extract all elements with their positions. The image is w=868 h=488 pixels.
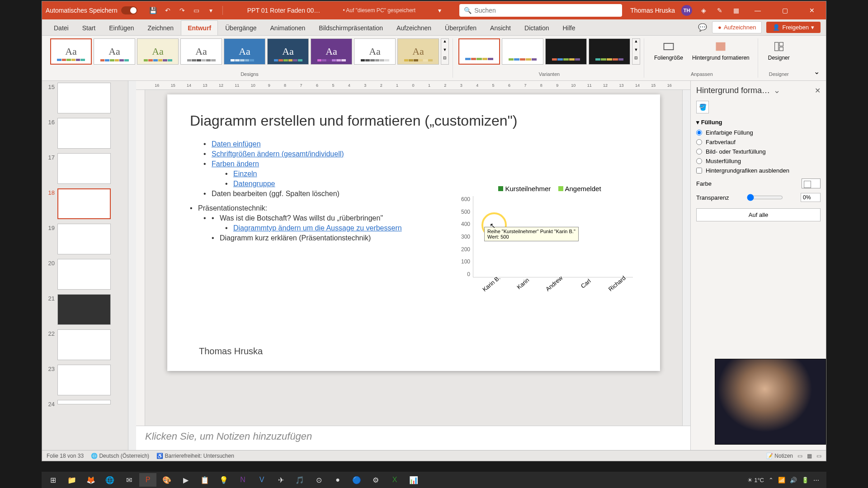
app-icon-5[interactable]: V: [253, 473, 270, 487]
redo-icon[interactable]: ↷: [177, 5, 187, 15]
bullet-3a[interactable]: Einzeln: [233, 170, 257, 178]
thumb-20[interactable]: [57, 259, 111, 290]
tab-datei[interactable]: Datei: [47, 21, 75, 35]
color-picker[interactable]: [802, 178, 821, 188]
status-lang[interactable]: 🌐 Deutsch (Österreich): [91, 453, 149, 459]
design-theme-5[interactable]: Aa: [224, 38, 265, 65]
slide-author[interactable]: Thomas Hruska: [199, 346, 263, 357]
app-icon-10[interactable]: 📊: [405, 473, 422, 487]
comments-icon[interactable]: 💬: [698, 23, 708, 33]
slide-canvas[interactable]: Diagramm erstellen und formatieren („cus…: [145, 90, 682, 426]
chart-plot-area[interactable]: ↖ Reihe "Kursteilnehmer" Punkt "Karin B.…: [473, 196, 633, 277]
view-normal-icon[interactable]: ▭: [797, 453, 802, 459]
thumb-18[interactable]: [57, 188, 111, 219]
calendar-icon[interactable]: ▦: [731, 5, 741, 15]
transparency-value[interactable]: [801, 193, 821, 202]
opt-picture[interactable]: Bild- oder Texturfüllung: [696, 148, 821, 155]
variant-gallery[interactable]: ▲▼⊟: [458, 38, 640, 65]
thumb-19[interactable]: [57, 224, 111, 254]
save-icon[interactable]: 💾: [148, 5, 158, 15]
slide-thumbnails[interactable]: 15 16 17 18 19 20 21 22 23 24: [42, 81, 128, 450]
slide-title[interactable]: Diagramm erstellen und formatieren („cus…: [190, 113, 637, 129]
powerpoint-icon[interactable]: P: [139, 473, 156, 487]
bullet-3[interactable]: Farben ändern: [212, 160, 259, 168]
tab-start[interactable]: Start: [76, 21, 102, 35]
settings-icon[interactable]: ⚙: [367, 473, 384, 487]
tray-more-icon[interactable]: ⋯: [813, 477, 819, 483]
app-icon-2[interactable]: ▶: [177, 473, 194, 487]
firefox-icon[interactable]: 🦊: [82, 473, 99, 487]
tab-zeichnen[interactable]: Zeichnen: [142, 21, 180, 35]
design-theme-2[interactable]: Aa: [94, 38, 135, 65]
tray-wifi-icon[interactable]: 📶: [778, 477, 785, 483]
opt-gradient[interactable]: Farbverlauf: [696, 139, 821, 145]
app-icon-1[interactable]: 🎨: [158, 473, 175, 487]
design-theme-3[interactable]: Aa: [137, 38, 179, 65]
pen-icon[interactable]: ✎: [715, 5, 725, 15]
record-button[interactable]: ●Aufzeichnen: [712, 21, 762, 33]
tab-ueberpruefen[interactable]: Überprüfen: [439, 21, 483, 35]
design-gallery[interactable]: Aa Aa Aa Aa Aa Aa Aa Aa Aa ▲▼⊟: [50, 38, 449, 65]
search-input[interactable]: [474, 7, 618, 14]
present-icon[interactable]: ▭: [192, 5, 202, 15]
status-slide[interactable]: Folie 18 von 33: [47, 453, 84, 459]
app-icon-9[interactable]: 🔵: [348, 473, 365, 487]
design-theme-9[interactable]: Aa: [397, 38, 439, 65]
design-theme-7[interactable]: Aa: [311, 38, 352, 65]
thumb-17[interactable]: [57, 153, 111, 184]
tab-uebergaenge[interactable]: Übergänge: [219, 21, 263, 35]
thumb-23[interactable]: [57, 365, 111, 395]
tray-chevron-icon[interactable]: ⌃: [769, 477, 774, 483]
chart[interactable]: Kursteilnehmer Angemeldet 60050040030020…: [461, 185, 633, 302]
share-button[interactable]: 👤Freigeben▾: [766, 22, 821, 33]
telegram-icon[interactable]: ✈: [272, 473, 289, 487]
onenote-icon[interactable]: N: [234, 473, 251, 487]
transparency-slider[interactable]: [747, 194, 783, 201]
view-reading-icon[interactable]: ▭: [816, 453, 821, 459]
app-icon-8[interactable]: ●: [329, 473, 346, 487]
start-icon[interactable]: ⊞: [44, 473, 61, 487]
undo-icon[interactable]: ↶: [163, 5, 173, 15]
app-icon-7[interactable]: ⊙: [310, 473, 327, 487]
app-icon-3[interactable]: 📋: [196, 473, 213, 487]
bullet-5a1[interactable]: Diagrammtyp ändern um die Aussage zu ver…: [233, 224, 402, 232]
variant-3[interactable]: [545, 38, 587, 65]
tab-dictation[interactable]: Dictation: [518, 21, 555, 35]
slide-size-button[interactable]: Foliengröße: [650, 38, 688, 63]
design-gallery-expand[interactable]: ▲▼⊟: [441, 38, 449, 65]
tab-ansicht[interactable]: Ansicht: [484, 21, 517, 35]
app-icon-4[interactable]: 💡: [215, 473, 232, 487]
collapse-ribbon-icon[interactable]: ⌄: [812, 66, 821, 78]
design-theme-1[interactable]: Aa: [50, 38, 92, 65]
tab-entwurf[interactable]: Entwurf: [181, 20, 218, 35]
opt-pattern[interactable]: Musterfüllung: [696, 158, 821, 164]
bullet-1[interactable]: Daten einfügen: [212, 140, 261, 148]
bullet-2[interactable]: Schriftgrößen ändern (gesamt/individuell…: [212, 150, 344, 158]
thumb-15[interactable]: [57, 83, 111, 113]
status-notes[interactable]: 📝 Notizen: [766, 453, 793, 459]
user-avatar[interactable]: TH: [681, 5, 692, 16]
thumb-21[interactable]: [57, 294, 111, 325]
minimize-button[interactable]: —: [747, 1, 768, 19]
bullet-3b[interactable]: Datengruppe: [233, 180, 275, 188]
format-background-button[interactable]: Hintergrund formatieren: [688, 38, 754, 63]
variant-gallery-expand[interactable]: ▲▼⊟: [632, 38, 640, 65]
designer-button[interactable]: Designer: [764, 38, 794, 63]
pane-close-icon[interactable]: ✕: [815, 86, 821, 95]
more-icon[interactable]: ▾: [206, 5, 216, 15]
tab-einfuegen[interactable]: Einfügen: [103, 21, 140, 35]
design-theme-4[interactable]: Aa: [180, 38, 222, 65]
outlook-icon[interactable]: ✉: [120, 473, 137, 487]
tray-volume-icon[interactable]: 🔊: [790, 477, 797, 483]
file-name[interactable]: PPT 01 Roter Faden 00…: [247, 7, 321, 14]
autosave-toggle[interactable]: [121, 6, 137, 14]
notes-pane[interactable]: Klicken Sie, um Notizen hinzuzufügen: [136, 426, 690, 450]
weather-widget[interactable]: ☀ 1°C: [747, 477, 764, 483]
opt-hide-bg[interactable]: Hintergrundgrafiken ausblenden: [696, 167, 821, 174]
close-button[interactable]: ✕: [802, 1, 822, 19]
pane-dropdown-icon[interactable]: ⌄: [774, 85, 780, 95]
tab-hilfe[interactable]: Hilfe: [556, 21, 581, 35]
tab-aufzeichnen[interactable]: Aufzeichnen: [390, 21, 438, 35]
dropdown-icon[interactable]: ▾: [438, 7, 441, 14]
view-sorter-icon[interactable]: ▦: [807, 453, 812, 459]
